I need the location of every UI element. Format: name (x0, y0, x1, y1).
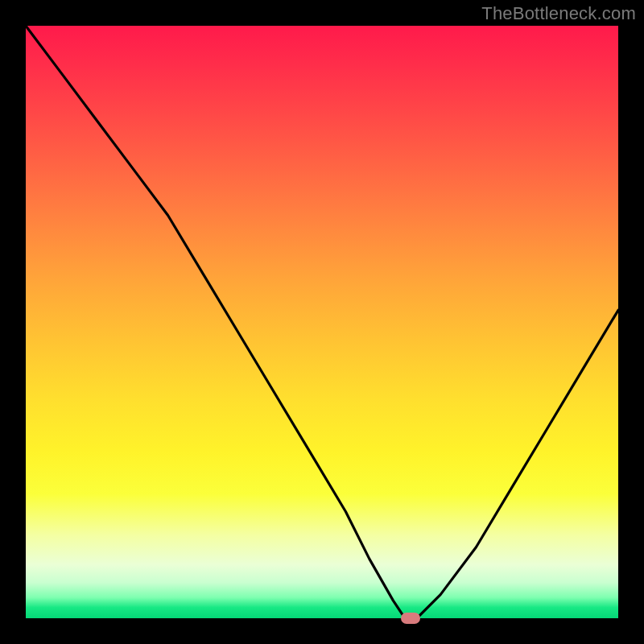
bottleneck-curve (26, 26, 618, 618)
plot-area (26, 26, 618, 618)
curve-path (26, 26, 618, 618)
optimal-marker (401, 613, 420, 624)
watermark-text: TheBottleneck.com (481, 3, 636, 24)
chart-frame: TheBottleneck.com (0, 0, 644, 644)
